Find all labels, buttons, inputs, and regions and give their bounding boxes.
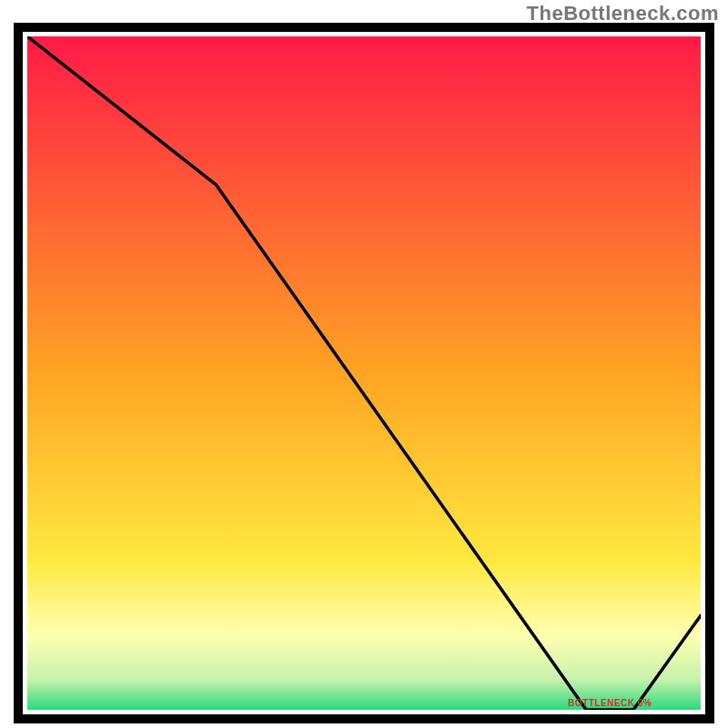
chart-container: TheBottleneck.com BOTTLENECK 0% xyxy=(0,0,728,728)
gradient-background xyxy=(27,36,701,710)
plot-area: BOTTLENECK 0% xyxy=(18,27,710,719)
bottleneck-chart-svg: BOTTLENECK 0% xyxy=(0,0,728,728)
annotation-bottleneck-zero: BOTTLENECK 0% xyxy=(568,698,652,708)
